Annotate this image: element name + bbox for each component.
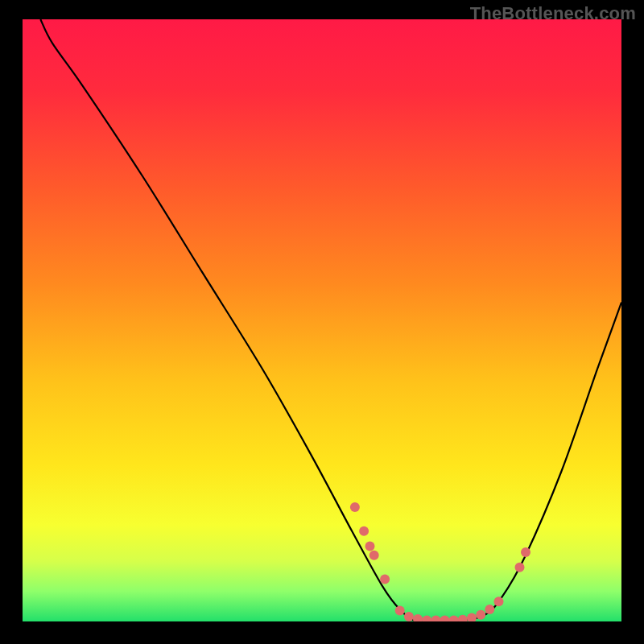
data-marker xyxy=(380,575,390,584)
data-marker xyxy=(494,597,504,606)
data-marker xyxy=(485,605,494,614)
data-marker xyxy=(395,606,405,616)
chart-area xyxy=(23,19,621,621)
bottleneck-curve-chart xyxy=(23,19,621,621)
data-marker xyxy=(476,610,485,620)
data-marker xyxy=(404,612,414,621)
heat-gradient-background xyxy=(23,19,621,621)
data-marker xyxy=(515,563,525,572)
data-marker xyxy=(365,542,375,551)
data-marker xyxy=(369,551,379,560)
data-marker xyxy=(521,547,530,557)
data-marker xyxy=(350,502,360,512)
data-marker xyxy=(359,526,369,536)
watermark-text: TheBottleneck.com xyxy=(470,3,636,24)
